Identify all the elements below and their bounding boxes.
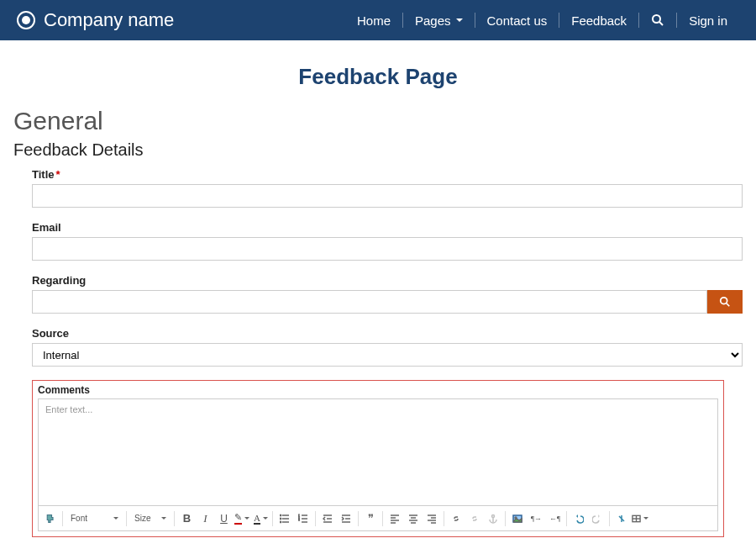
nav-contact[interactable]: Contact us (475, 13, 559, 28)
align-center-button[interactable] (405, 510, 422, 527)
rtl-button[interactable]: ←¶ (546, 510, 563, 527)
source-select[interactable]: Internal (32, 343, 743, 367)
page-title: Feedback Page (0, 64, 756, 90)
regarding-lookup-button[interactable] (707, 290, 743, 314)
redo-button[interactable] (589, 510, 606, 527)
highlight-color-button[interactable]: ✎ (234, 510, 250, 527)
brand-name: Company name (44, 9, 174, 31)
quote-button[interactable]: ❞ (362, 510, 379, 527)
svg-point-7 (281, 514, 281, 515)
field-comments-highlighted: Comments Enter text... Font Size B I U ✎ (32, 380, 724, 537)
bold-button[interactable]: B (178, 510, 195, 527)
nav-right: Home Pages Contact us Feedback Sign in (345, 13, 739, 28)
svg-point-0 (653, 15, 660, 23)
align-left-button[interactable] (386, 510, 403, 527)
title-input[interactable] (32, 184, 743, 208)
form-section: General Feedback Details Title* Email Re… (0, 107, 756, 537)
chevron-down-icon (161, 517, 166, 520)
font-color-button[interactable]: A (252, 510, 269, 527)
search-icon (651, 13, 664, 27)
regarding-label: Regarding (32, 274, 743, 287)
required-marker: * (56, 168, 60, 181)
section-subheading: Feedback Details (13, 140, 743, 160)
editor-toolbar: Font Size B I U ✎ A 12 ❞ (38, 506, 718, 531)
underline-button[interactable]: U (215, 510, 232, 527)
svg-point-9 (281, 521, 281, 522)
outdent-button[interactable] (319, 510, 336, 527)
svg-text:2: 2 (298, 518, 300, 521)
svg-point-8 (281, 518, 281, 519)
navbar: Company name Home Pages Contact us Feedb… (0, 0, 756, 40)
email-label: Email (32, 221, 743, 234)
comments-editor[interactable]: Enter text... (38, 398, 718, 506)
anchor-button[interactable] (485, 510, 501, 527)
nav-signin[interactable]: Sign in (677, 13, 739, 28)
bullet-list-button[interactable] (276, 510, 293, 527)
clear-format-button[interactable] (613, 510, 630, 527)
unlink-button[interactable] (466, 510, 483, 527)
chevron-down-icon (456, 18, 463, 22)
source-label: Source (32, 327, 743, 340)
search-icon (719, 296, 731, 308)
email-input[interactable] (32, 237, 743, 261)
nav-search-button[interactable] (639, 13, 676, 27)
font-dropdown[interactable]: Font (66, 513, 123, 524)
field-regarding: Regarding (32, 274, 743, 314)
table-button[interactable] (632, 510, 648, 527)
title-label: Title* (32, 168, 743, 181)
svg-line-3 (727, 303, 730, 307)
undo-button[interactable] (570, 510, 587, 527)
svg-point-2 (721, 298, 727, 304)
regarding-input[interactable] (32, 290, 707, 314)
align-right-button[interactable] (423, 510, 440, 527)
nav-feedback[interactable]: Feedback (559, 13, 638, 28)
field-email: Email (32, 221, 743, 261)
field-title: Title* (32, 168, 743, 208)
format-painter-icon[interactable] (42, 510, 59, 527)
section-heading: General (13, 107, 743, 135)
indent-button[interactable] (338, 510, 354, 527)
nav-pages[interactable]: Pages (403, 13, 475, 28)
brand-logo-icon (17, 11, 35, 29)
chevron-down-icon (113, 517, 118, 520)
size-dropdown[interactable]: Size (130, 513, 171, 524)
ltr-button[interactable]: ¶→ (528, 510, 544, 527)
brand[interactable]: Company name (17, 9, 174, 31)
image-button[interactable] (509, 510, 526, 527)
italic-button[interactable]: I (197, 510, 213, 527)
link-button[interactable] (448, 510, 465, 527)
svg-line-1 (659, 22, 663, 25)
numbered-list-button[interactable]: 12 (295, 510, 312, 527)
nav-home[interactable]: Home (345, 13, 402, 28)
comments-label: Comments (38, 384, 718, 396)
field-source: Source Internal (32, 327, 743, 367)
